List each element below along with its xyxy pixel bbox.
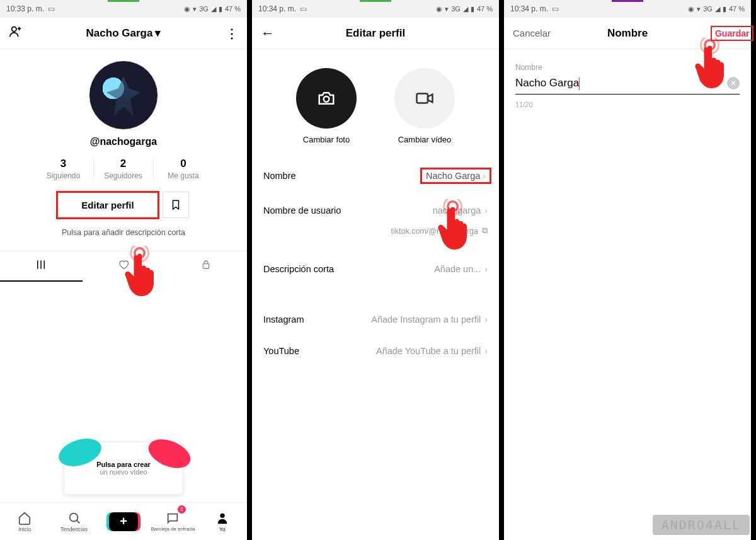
battery-icon: ▮	[471, 5, 474, 13]
copy-icon: ⧉	[482, 226, 488, 236]
battery-pct: 47 %	[729, 5, 745, 13]
time: 10:33 p. m.	[6, 4, 44, 13]
eye-icon: ◉	[184, 5, 190, 13]
nav-trends[interactable]: Tendencias	[49, 503, 98, 540]
inbox-badge: 2	[178, 505, 186, 514]
video-icon	[394, 68, 455, 129]
time: 10:34 p. m.	[510, 4, 548, 13]
chevron-right-icon: ›	[484, 346, 488, 356]
stat-likes[interactable]: 0 Me gusta	[154, 158, 214, 180]
status-bar: 10:34 p. m. ▭ ◉ ▾ 3G ◢ ▮ 47 %	[252, 0, 499, 18]
avatar[interactable]	[89, 60, 158, 130]
add-friend-icon[interactable]	[9, 27, 23, 41]
signal-icon: ◢	[211, 5, 216, 13]
edit-profile-button[interactable]: Editar perfil	[58, 193, 157, 217]
field-instagram[interactable]: Instagram Añade Instagram a tu perfil ›	[263, 304, 488, 335]
eye-icon: ◉	[436, 5, 442, 13]
network: 3G	[199, 5, 209, 13]
notification-icon: ▭	[300, 4, 307, 13]
svg-rect-1	[203, 264, 209, 268]
accent-bar	[612, 0, 643, 2]
accent-bar	[360, 0, 391, 2]
chevron-down-icon: ▾	[155, 26, 161, 40]
cancel-button[interactable]: Cancelar	[513, 28, 544, 38]
tab-grid[interactable]	[0, 251, 83, 282]
bio-hint[interactable]: Pulsa para añadir descripción corta	[62, 228, 185, 237]
screen-edit-name: 10:34 p. m. ▭ ◉ ▾ 3G ◢ ▮ 47 % Cancelar N…	[504, 0, 756, 540]
status-bar: 10:33 p. m. ▭ ◉ ▾ 3G ◢ ▮ 47 %	[0, 0, 247, 18]
stat-followers[interactable]: 2 Seguidores	[94, 158, 154, 180]
change-video-option[interactable]: Cambiar vídeo	[394, 68, 455, 144]
screen-profile: 10:33 p. m. ▭ ◉ ▾ 3G ◢ ▮ 47 % Nacho Garg…	[0, 0, 252, 540]
name-title: Nombre	[607, 27, 648, 40]
edit-header: ← Editar perfil	[252, 18, 499, 49]
plus-icon: +	[109, 512, 138, 531]
bookmark-button[interactable]	[163, 192, 189, 218]
wifi-icon: ▾	[445, 5, 449, 13]
field-bio[interactable]: Descripción corta Añade un... ›	[263, 253, 488, 285]
field-youtube[interactable]: YouTube Añade YouTube a tu perfil ›	[263, 335, 488, 367]
stats-row: 3 Siguiendo 2 Seguidores 0 Me gusta	[0, 158, 247, 180]
accent-bar	[108, 0, 139, 2]
name-value-highlight: Nacho Garga ›	[420, 168, 491, 184]
chevron-right-icon: ›	[484, 205, 488, 215]
tab-private[interactable]	[164, 251, 247, 282]
profile-top: @nachogarga 3 Siguiendo 2 Seguidores 0 M…	[0, 49, 247, 237]
status-bar: 10:34 p. m. ▭ ◉ ▾ 3G ◢ ▮ 47 %	[504, 0, 751, 18]
battery-icon: ▮	[219, 5, 222, 13]
edit-title: Editar perfil	[346, 27, 405, 40]
watermark: ANDRO4ALL	[653, 515, 750, 535]
signal-icon: ◢	[463, 5, 468, 13]
back-icon[interactable]: ←	[261, 25, 275, 41]
time: 10:34 p. m.	[258, 4, 296, 13]
svg-point-2	[69, 513, 77, 521]
notification-icon: ▭	[552, 4, 559, 13]
svg-rect-7	[417, 94, 428, 103]
battery-icon: ▮	[723, 5, 726, 13]
battery-pct: 47 %	[477, 5, 493, 13]
profile-title-dropdown[interactable]: Nacho Garga ▾	[86, 26, 161, 40]
nav-inbox[interactable]: 2 Bandeja de entrada	[148, 503, 197, 540]
network: 3G	[451, 5, 461, 13]
notification-icon: ▭	[48, 4, 55, 13]
svg-point-3	[220, 513, 224, 517]
screen-edit-profile: 10:34 p. m. ▭ ◉ ▾ 3G ◢ ▮ 47 % ← Editar p…	[252, 0, 504, 540]
wifi-icon: ▾	[193, 5, 197, 13]
annotation-hand	[693, 38, 737, 95]
create-video-banner[interactable]: Pulsa para crear un nuevo vídeo	[64, 442, 183, 495]
nav-home[interactable]: Inicio	[0, 503, 49, 540]
wifi-icon: ▾	[697, 5, 701, 13]
bottom-nav: Inicio Tendencias + 2 Bandeja de entrada…	[0, 502, 247, 540]
nav-create[interactable]: +	[99, 503, 148, 540]
profile-header: Nacho Garga ▾ ⋮	[0, 18, 247, 49]
eye-icon: ◉	[688, 5, 694, 13]
text-caret	[579, 78, 580, 90]
network: 3G	[703, 5, 713, 13]
annotation-hand	[123, 246, 167, 302]
change-photo-option[interactable]: Cambiar foto	[296, 68, 357, 144]
signal-icon: ◢	[715, 5, 720, 13]
nav-me[interactable]: Yo	[198, 503, 247, 540]
field-name[interactable]: Nombre Nacho Garga ›	[263, 157, 488, 195]
chevron-right-icon: ›	[484, 264, 488, 274]
chevron-right-icon: ›	[484, 314, 488, 325]
photo-options: Cambiar foto Cambiar vídeo	[252, 49, 499, 151]
chevron-right-icon: ›	[483, 171, 486, 181]
battery-pct: 47 %	[225, 5, 241, 13]
stat-following[interactable]: 3 Siguiendo	[34, 158, 94, 180]
svg-point-0	[12, 27, 16, 32]
annotation-hand	[436, 199, 480, 256]
more-icon[interactable]: ⋮	[226, 26, 238, 40]
username: @nachogarga	[90, 136, 157, 147]
camera-icon	[296, 68, 357, 129]
char-counter: 11/20	[515, 101, 740, 108]
svg-point-6	[324, 96, 329, 102]
